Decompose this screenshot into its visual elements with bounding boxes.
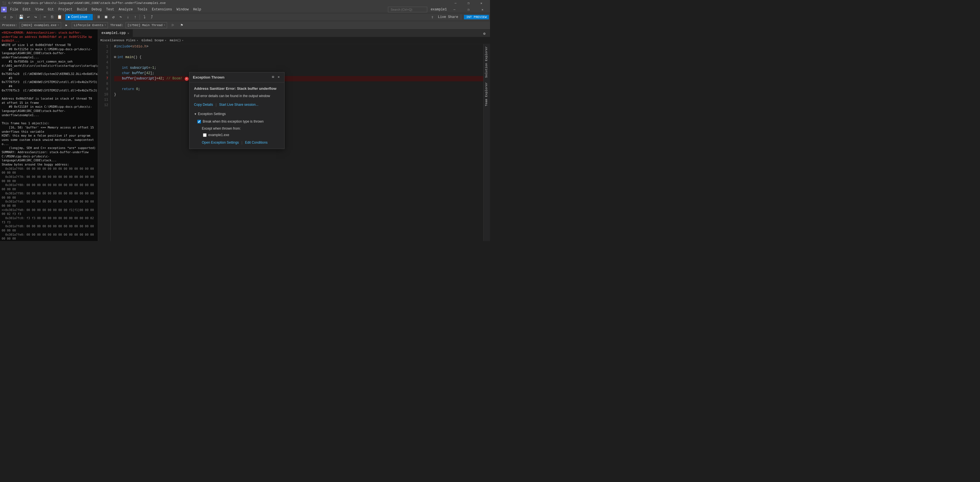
example1-checkbox[interactable] [203, 133, 207, 137]
toolbar-step-out[interactable]: ↑ [132, 14, 138, 20]
editor-settings-icon[interactable]: ⚙ [481, 30, 488, 37]
error-indicator: ✕ [185, 77, 189, 81]
process-selector[interactable]: [9824] example1.exe ▾ [19, 22, 61, 28]
terminal-shadow-8: 0x301a7fe0: 00 00 00 00 00 00 00 00 00 0… [2, 233, 96, 241]
toolbar-back[interactable]: ◁ [1, 14, 8, 20]
menu-close[interactable]: ✕ [476, 6, 489, 13]
exception-close-button[interactable]: ✕ [277, 75, 281, 80]
restore-button[interactable]: ❐ [462, 0, 475, 6]
toolbar-sep-3 [64, 14, 64, 20]
toolbar-sep-6 [461, 14, 461, 20]
open-exception-settings-link[interactable]: Open Exception Settings [202, 140, 239, 145]
menu-view[interactable]: View [33, 6, 46, 13]
menu-restore[interactable]: ❐ [462, 6, 475, 13]
toolbar-save[interactable]: 💾 [18, 14, 24, 20]
terminal-line-2: WRITE of size 1 at 0x00d3fdbf thread T0 [2, 43, 96, 47]
toolbar-step-in[interactable]: ↓ [124, 14, 131, 20]
exception-details-text: Full error details can be found in the o… [194, 93, 280, 99]
line-num-4: 4 [98, 60, 108, 65]
code-line-2 [114, 49, 483, 55]
lifecycle-dropdown[interactable]: Lifecycle Events ▾ [72, 22, 108, 28]
toolbar-sep-4 [94, 14, 94, 20]
terminal-summary: SUMMARY: AddressSanitizer: stack-buffer-… [2, 150, 96, 163]
title-bar: ⬛ C:\MSDN\cpp-docs-pr\docs\c-language\AS… [0, 0, 490, 6]
live-share-label[interactable]: Live Share [438, 15, 458, 19]
menu-extensions[interactable]: Extensions [150, 6, 174, 13]
menu-minimize[interactable]: — [448, 6, 461, 13]
file-location-dropdown-icon: ▾ [137, 39, 138, 42]
thread-selector[interactable]: [17592] Main Thread ▾ [126, 22, 167, 28]
menu-analyze[interactable]: Analyze [116, 6, 135, 13]
terminal-line-8: Address 0x00d3fdbf is located in stack o… [2, 96, 96, 105]
toolbar-sep-2 [40, 14, 40, 20]
exception-title: Exception Thrown [193, 75, 224, 80]
toolbar-debug-1[interactable]: ⏸ [95, 14, 102, 20]
menu-tools[interactable]: Tools [135, 6, 150, 13]
exception-body: Address Sanitizer Error: Stack buffer un… [189, 83, 284, 149]
search-input[interactable] [388, 7, 427, 12]
exception-header: Exception Thrown ⊟ ✕ [189, 72, 284, 83]
team-explorer-label[interactable]: Team Explorer [484, 80, 490, 109]
menu-project[interactable]: Project [56, 6, 75, 13]
continue-icon: ▶ [68, 15, 70, 19]
menu-debug[interactable]: Debug [89, 6, 104, 13]
exception-settings-title[interactable]: ▼ Exception Settings [194, 112, 280, 117]
terminal-shadow-6: 0x301a7fc0: f3 f3 00 00 00 00 00 00 00 0… [2, 216, 96, 224]
menu-file[interactable]: File [8, 6, 21, 13]
menu-build[interactable]: Build [75, 6, 89, 13]
editor-tab-example1[interactable]: example1.cpp ✕ [98, 29, 133, 37]
terminal-line-11: [16, 58) 'buffer' <== Memory access at o… [2, 125, 96, 134]
file-location-dropdown[interactable]: Miscellaneous Files ▾ [100, 37, 138, 43]
toolbar-undo[interactable]: ↩ [25, 14, 32, 20]
toolbar-extra-2[interactable]: ⤴ [148, 14, 155, 20]
exception-bottom-links: Open Exception Settings | Edit Condition… [202, 140, 280, 145]
toolbar-forward[interactable]: ▷ [8, 14, 15, 20]
scope-dropdown[interactable]: Global Scope ▾ [142, 37, 167, 43]
solution-explorer-label[interactable]: Solution Explorer [484, 44, 490, 80]
code-line-5: int subscript = -1 ; [114, 65, 483, 71]
menu-git[interactable]: Git [45, 6, 56, 13]
exception-minimize-button[interactable]: ⊟ [271, 75, 275, 80]
line-num-10: 10 [98, 92, 108, 97]
menu-window[interactable]: Window [174, 6, 191, 13]
thread-btn-2[interactable]: ⚑ [178, 22, 185, 28]
live-share-icon[interactable]: ⇧ [429, 14, 436, 20]
code-line-10: } [114, 92, 483, 97]
menu-edit[interactable]: Edit [21, 6, 33, 13]
toolbar-debug-2[interactable]: ⏹ [103, 14, 109, 20]
line-num-8: 8 [98, 81, 108, 87]
editor-tab-bar: example1.cpp ✕ ⚙ [98, 29, 490, 37]
code-line-1: #include <stdio.h> [114, 44, 483, 49]
function-dropdown[interactable]: main() ▾ [170, 37, 183, 43]
live-share-link[interactable]: Start Live Share session... [219, 102, 258, 107]
editor-path-bar: Miscellaneous Files ▾ Global Scope ▾ mai… [98, 37, 490, 44]
toolbar-cut[interactable]: ✂ [41, 14, 48, 20]
thread-btn-1[interactable]: ⚐ [169, 22, 176, 28]
edit-conditions-link[interactable]: Edit Conditions [245, 140, 268, 145]
break-on-exception-checkbox[interactable] [197, 120, 201, 123]
toolbar-copy[interactable]: ⎘ [49, 14, 56, 20]
toolbar-extra-1[interactable]: ⤵ [141, 14, 148, 20]
terminal-shadow-1: 0x301a7f60: 00 00 00 00 00 00 00 00 00 0… [2, 167, 96, 175]
terminal-shadow-2: 0x301a7f70: 00 00 00 00 00 00 00 00 00 0… [2, 175, 96, 183]
minimize-button[interactable]: — [449, 0, 462, 6]
toolbar-debug-3[interactable]: ↺ [110, 14, 117, 20]
menu-test[interactable]: Test [104, 6, 117, 13]
menu-help[interactable]: Help [191, 6, 204, 13]
code-content[interactable]: #include <stdio.h> ⊟ int main () { [111, 44, 483, 241]
copy-details-link[interactable]: Copy Details [194, 102, 213, 107]
app-title: example1 [431, 8, 447, 11]
terminal-hint-2: (longjmp, SEH and C++ exceptions *are* s… [2, 146, 96, 150]
tab-close-button[interactable]: ✕ [127, 32, 129, 35]
code-line-12 [114, 103, 483, 108]
toolbar-paste[interactable]: 📋 [56, 14, 63, 20]
editor-panel: example1.cpp ✕ ⚙ Miscellaneous Files ▾ G… [98, 29, 490, 241]
terminal-line-9: #0 0xf2118f in main C:\MSDN\cpp-docs-pr\… [2, 105, 96, 117]
thread-value: [17592] Main Thread [127, 24, 162, 27]
lifecycle-button[interactable]: ▶ [64, 22, 70, 28]
continue-button[interactable]: ▶ Continue ▾ [65, 14, 93, 20]
line-num-7: 7 [98, 76, 108, 81]
toolbar-step-over[interactable]: ↷ [117, 14, 124, 20]
toolbar-redo[interactable]: ↪ [32, 14, 39, 20]
close-button[interactable]: ✕ [475, 0, 488, 6]
